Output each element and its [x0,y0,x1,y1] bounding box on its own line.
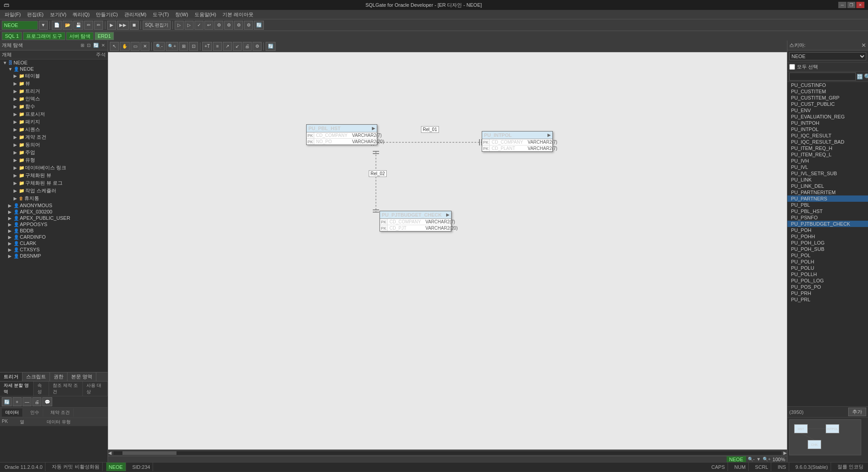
ct-select[interactable]: ↖ [110,42,119,51]
er-table-expand-pu-pbl-hst[interactable]: ▶ [372,126,375,131]
lb-print-button[interactable]: 🖨 [32,397,41,406]
tree-item-mvs[interactable]: ▶ 📁 구체화된 뷰 [0,172,108,179]
tree-item-triggers[interactable]: ▶ 📁 트리거 [0,87,108,95]
tree-expand-synonyms[interactable]: ▶ [14,142,18,147]
right-list-item-15[interactable]: PU_LINK [787,177,868,183]
er-table-pu-pjtbudget-check[interactable]: PU_PJTBUDGET_CHECK ▶ PK CD_COMPANY VARCH… [380,211,452,231]
er-table-header-pu-pbl-hst[interactable]: PU_PBL_HST ▶ [307,125,377,132]
ct-add-table[interactable]: +T [202,42,212,51]
tb-icon7[interactable]: ⚙ [234,21,243,30]
lb-tab-scripts[interactable]: 스크립트 [23,372,50,381]
right-schema-select[interactable]: NEOE [789,52,866,60]
ct-export[interactable]: ↗ [223,42,232,51]
ct-layout[interactable]: ≡ [213,42,222,51]
lb-tab-data[interactable]: 데이터 [2,408,23,417]
panel-icon-btn2[interactable]: ⊡ [86,42,91,48]
menu-file[interactable]: 파일(F) [2,10,23,19]
er-table-pu-intpol[interactable]: PU_INTPOL ▶ PK CD_COMPANY VARCHAR2(7) PK… [482,131,553,152]
canvas-hscroll[interactable]: ◀ ▶ [108,449,787,456]
tree-expand-apex-public[interactable]: ▶ [8,216,13,221]
right-list-item-1[interactable]: PU_CUSTITEM [787,88,868,95]
right-list-item-5[interactable]: PU_EVALUATION_REG [787,113,868,120]
right-list-item-16[interactable]: PU_LINK_DEL [787,183,868,189]
right-list-item-24[interactable]: PU_POHH [787,233,868,240]
tree-item-neoe-root[interactable]: ▼ 🗄 NEOE [0,59,108,66]
tb-run4[interactable]: ▷ [185,21,194,30]
tree-expand-views[interactable]: ▶ [14,81,18,86]
ct-zoom-fit2[interactable]: ⊡ [189,42,198,51]
lb-tab-args[interactable]: 인수 [27,408,43,417]
right-list-item-28[interactable]: PU_POLH [787,259,868,265]
tree-item-procedures[interactable]: ▶ 📁 프로시저 [0,110,108,118]
panel-icon-btn3[interactable]: 🔄 [92,42,99,48]
tree-expand-triggers[interactable]: ▶ [14,89,18,94]
tree-item-constraints[interactable]: ▶ 📁 계약 조건 [0,133,108,141]
right-object-list[interactable]: PU_CUSTINFO PU_CUSTITEM PU_CUSTITEM_GRP … [787,82,868,406]
right-list-item-31[interactable]: PU_POL_LOG [787,277,868,284]
tb-icon5[interactable]: ⚙ [214,21,223,30]
tree-expand-schedulers[interactable]: ▶ [14,188,18,193]
right-list-item-19[interactable]: PU_PBL [787,202,868,208]
tree-item-cardinfo[interactable]: ▶ 👤 CARDINFO [0,234,108,240]
rel-label-02[interactable]: Rel_02 [369,170,387,177]
lb-delete-button[interactable]: — [23,397,32,406]
er-table-expand-pu-intpol[interactable]: ▶ [547,133,551,137]
right-list-item-29[interactable]: PU_POLU [787,265,868,271]
menu-window[interactable]: 창(W) [172,10,191,19]
ct-refresh2[interactable]: 🔄 [266,42,276,51]
hscroll-right[interactable]: ▶ [783,450,787,455]
right-list-item-32[interactable]: PU_POS_PO [787,284,868,290]
tree-container[interactable]: ▼ 🗄 NEOE ▼ 👤 NEOE ▶ 📁 테이블 ▶ 📁 [0,59,108,372]
tree-expand-apex030200[interactable]: ▶ [8,209,13,214]
tb-btn-1[interactable]: ▼ [39,21,48,30]
tb-commit[interactable]: ✓ [194,21,203,30]
ct-rect[interactable]: ▭ [131,42,140,51]
tree-expand-neoe-schema[interactable]: ▼ [8,67,13,72]
lb-add-button[interactable]: + [13,397,22,406]
right-list-item-9[interactable]: PU_IQC_RESULT_BAD [787,139,868,145]
tree-expand-recyclebin[interactable]: ▶ [14,196,18,201]
tree-expand-appoosys[interactable]: ▶ [8,222,13,227]
tree-expand-types[interactable]: ▶ [14,158,18,163]
ct-print2[interactable]: 🖨 [243,42,252,51]
sql-edit-button[interactable]: SQL 편집기 [143,21,171,30]
ct-zoom-fit[interactable]: ⊞ [179,42,188,51]
tree-item-bddb[interactable]: ▶ 👤 BDDB [0,227,108,234]
menu-edit[interactable]: 편집(E) [24,10,46,19]
tree-item-types[interactable]: ▶ 📁 유형 [0,156,108,164]
select-all-checkbox[interactable] [789,64,795,70]
menu-admin[interactable]: 관리자(M) [122,10,149,19]
lb-tab-check-constraints[interactable]: 체약 조건 [47,408,74,417]
run-button[interactable]: ▶ [107,21,116,30]
right-search-button[interactable]: 🔍 [864,73,868,80]
lb-subtab-refs[interactable]: 참조 제작 조건 [49,381,83,396]
lb-tab-triggers[interactable]: 트리거 [0,372,23,381]
ct-delete[interactable]: ✕ [140,42,149,51]
tree-expand-indexes[interactable]: ▶ [14,96,18,101]
schema-combo[interactable] [2,21,38,30]
tab-programmer-tools[interactable]: 프로그래머 도구 [23,32,65,40]
menu-layout[interactable]: 기본 레이아웃 [220,10,256,19]
close-button[interactable]: ✕ [856,2,864,8]
right-list-item-26[interactable]: PU_POH_SUB [787,246,868,252]
tree-expand-procedures[interactable]: ▶ [14,112,18,117]
panel-close-button[interactable]: ✕ [100,42,106,48]
er-canvas[interactable]: Rel_01 Rel_02 PU_PBL_HST ▶ PK CD_COMPANY… [108,52,787,449]
tree-expand-packages[interactable]: ▶ [14,119,18,124]
tree-item-mvlogs[interactable]: ▶ 📁 구체화된 뷰 로그 [0,179,108,187]
run2-button[interactable]: ▶▶ [117,21,129,30]
lb-tab-permissions[interactable]: 권한 [50,372,68,381]
tree-item-ctxsys[interactable]: ▶ 👤 CTXSYS [0,246,108,253]
right-list-item-25[interactable]: PU_POH_LOG [787,240,868,246]
tree-item-synonyms[interactable]: ▶ 📁 동의어 [0,141,108,149]
tree-expand-dblinks[interactable]: ▶ [14,165,18,170]
right-list-item-10[interactable]: PU_ITEM_REQ_H [787,145,868,151]
right-list-item-6[interactable]: PU_INTPOH [787,120,868,126]
right-list-item-12[interactable]: PU_IVH [787,158,868,164]
tree-item-functions[interactable]: ▶ 📁 함수 [0,103,108,110]
tb-refresh[interactable]: 🔄 [254,21,264,30]
right-list-item-22[interactable]: PU_PJTBUDGET_CHECK [787,221,868,227]
tb-run3[interactable]: ▷ [175,21,184,30]
tree-expand-anonymous[interactable]: ▶ [8,203,13,208]
tree-expand-cardinfo[interactable]: ▶ [8,235,13,240]
